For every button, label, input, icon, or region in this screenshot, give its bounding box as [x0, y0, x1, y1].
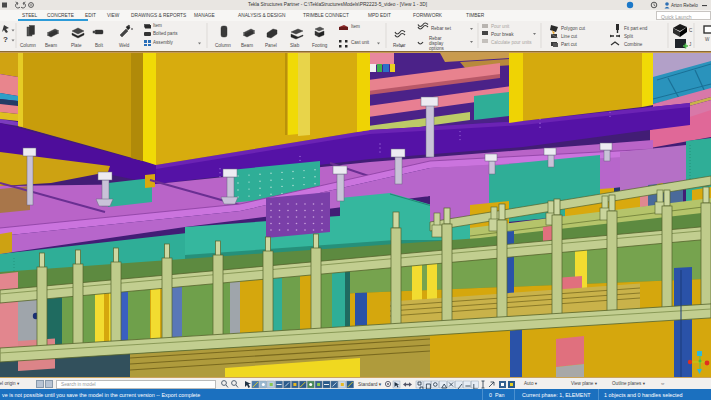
- svg-text:?: ?: [3, 35, 8, 44]
- svg-text:Standard ▾: Standard ▾: [358, 382, 382, 387]
